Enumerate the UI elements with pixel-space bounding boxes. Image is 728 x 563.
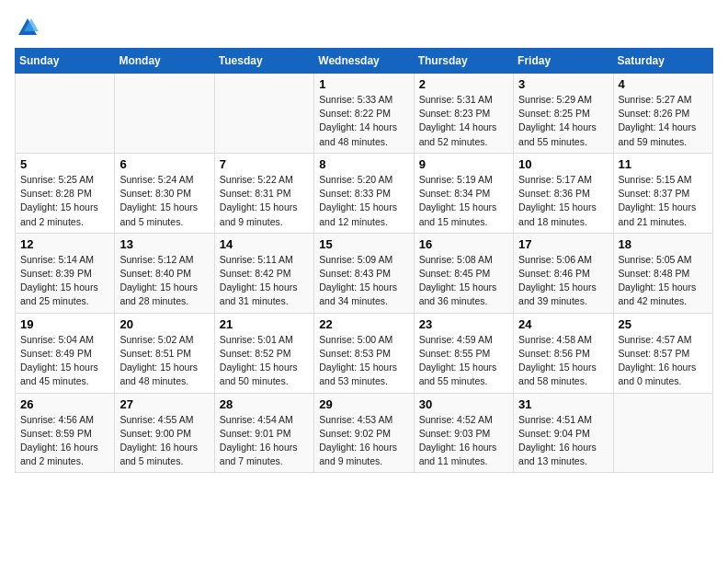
header-day-thursday: Thursday — [414, 49, 513, 74]
logo — [15, 15, 44, 40]
calendar-cell: 4Sunrise: 5:27 AM Sunset: 8:26 PM Daylig… — [613, 74, 712, 154]
day-number: 8 — [319, 157, 408, 171]
day-number: 5 — [20, 157, 109, 171]
calendar-cell: 25Sunrise: 4:57 AM Sunset: 8:57 PM Dayli… — [613, 313, 712, 393]
calendar-cell: 18Sunrise: 5:05 AM Sunset: 8:48 PM Dayli… — [613, 233, 712, 313]
calendar-cell: 1Sunrise: 5:33 AM Sunset: 8:22 PM Daylig… — [314, 74, 414, 154]
day-number: 21 — [220, 317, 309, 331]
day-number: 31 — [518, 397, 608, 411]
week-row-1: 1Sunrise: 5:33 AM Sunset: 8:22 PM Daylig… — [16, 74, 713, 154]
day-number: 2 — [419, 77, 508, 91]
week-row-3: 12Sunrise: 5:14 AM Sunset: 8:39 PM Dayli… — [16, 233, 713, 313]
calendar-cell: 26Sunrise: 4:56 AM Sunset: 8:59 PM Dayli… — [16, 393, 115, 473]
day-number: 25 — [619, 317, 708, 331]
header-day-friday: Friday — [514, 49, 613, 74]
day-info: Sunrise: 5:02 AM Sunset: 8:51 PM Dayligh… — [119, 333, 209, 389]
header-day-saturday: Saturday — [613, 49, 712, 74]
day-info: Sunrise: 5:08 AM Sunset: 8:45 PM Dayligh… — [419, 253, 508, 309]
header — [15, 15, 713, 40]
week-row-2: 5Sunrise: 5:25 AM Sunset: 8:28 PM Daylig… — [16, 153, 713, 233]
calendar-cell: 14Sunrise: 5:11 AM Sunset: 8:42 PM Dayli… — [214, 233, 313, 313]
day-number: 30 — [419, 397, 508, 411]
calendar-cell: 2Sunrise: 5:31 AM Sunset: 8:23 PM Daylig… — [414, 74, 513, 154]
day-number: 1 — [319, 77, 408, 91]
header-day-monday: Monday — [115, 49, 214, 74]
calendar-cell: 15Sunrise: 5:09 AM Sunset: 8:43 PM Dayli… — [314, 233, 414, 313]
day-number: 23 — [419, 317, 508, 331]
day-info: Sunrise: 5:14 AM Sunset: 8:39 PM Dayligh… — [20, 253, 109, 309]
calendar-cell: 30Sunrise: 4:52 AM Sunset: 9:03 PM Dayli… — [414, 393, 513, 473]
calendar-cell: 7Sunrise: 5:22 AM Sunset: 8:31 PM Daylig… — [214, 153, 313, 233]
calendar-cell: 5Sunrise: 5:25 AM Sunset: 8:28 PM Daylig… — [16, 153, 115, 233]
day-number: 29 — [319, 397, 408, 411]
header-day-tuesday: Tuesday — [214, 49, 313, 74]
day-info: Sunrise: 5:15 AM Sunset: 8:37 PM Dayligh… — [619, 173, 708, 229]
day-info: Sunrise: 5:22 AM Sunset: 8:31 PM Dayligh… — [220, 173, 309, 229]
day-info: Sunrise: 5:05 AM Sunset: 8:48 PM Dayligh… — [619, 253, 708, 309]
day-info: Sunrise: 4:53 AM Sunset: 9:02 PM Dayligh… — [319, 413, 408, 469]
day-info: Sunrise: 5:27 AM Sunset: 8:26 PM Dayligh… — [619, 93, 708, 149]
week-row-4: 19Sunrise: 5:04 AM Sunset: 8:49 PM Dayli… — [16, 313, 713, 393]
header-day-wednesday: Wednesday — [314, 49, 414, 74]
day-number: 14 — [220, 237, 309, 251]
day-info: Sunrise: 4:58 AM Sunset: 8:56 PM Dayligh… — [518, 333, 608, 389]
day-info: Sunrise: 5:01 AM Sunset: 8:52 PM Dayligh… — [220, 333, 309, 389]
day-number: 6 — [119, 157, 209, 171]
calendar-cell: 10Sunrise: 5:17 AM Sunset: 8:36 PM Dayli… — [514, 153, 613, 233]
calendar-cell: 6Sunrise: 5:24 AM Sunset: 8:30 PM Daylig… — [115, 153, 214, 233]
day-number: 18 — [619, 237, 708, 251]
week-row-5: 26Sunrise: 4:56 AM Sunset: 8:59 PM Dayli… — [16, 393, 713, 473]
day-number: 16 — [419, 237, 508, 251]
calendar-cell: 12Sunrise: 5:14 AM Sunset: 8:39 PM Dayli… — [16, 233, 115, 313]
calendar-cell: 23Sunrise: 4:59 AM Sunset: 8:55 PM Dayli… — [414, 313, 513, 393]
calendar-cell — [214, 74, 313, 154]
calendar-cell — [115, 74, 214, 154]
day-info: Sunrise: 5:09 AM Sunset: 8:43 PM Dayligh… — [319, 253, 408, 309]
day-number: 15 — [319, 237, 408, 251]
day-info: Sunrise: 5:24 AM Sunset: 8:30 PM Dayligh… — [119, 173, 209, 229]
calendar-cell — [613, 393, 712, 473]
day-info: Sunrise: 5:12 AM Sunset: 8:40 PM Dayligh… — [119, 253, 209, 309]
day-number: 24 — [518, 317, 608, 331]
day-info: Sunrise: 5:33 AM Sunset: 8:22 PM Dayligh… — [319, 93, 408, 149]
calendar-cell: 29Sunrise: 4:53 AM Sunset: 9:02 PM Dayli… — [314, 393, 414, 473]
day-number: 3 — [518, 77, 608, 91]
day-info: Sunrise: 5:04 AM Sunset: 8:49 PM Dayligh… — [20, 333, 109, 389]
day-number: 22 — [319, 317, 408, 331]
calendar-cell: 20Sunrise: 5:02 AM Sunset: 8:51 PM Dayli… — [115, 313, 214, 393]
calendar-cell: 19Sunrise: 5:04 AM Sunset: 8:49 PM Dayli… — [16, 313, 115, 393]
day-number: 4 — [619, 77, 708, 91]
calendar-cell: 17Sunrise: 5:06 AM Sunset: 8:46 PM Dayli… — [514, 233, 613, 313]
day-number: 10 — [518, 157, 608, 171]
calendar-cell: 3Sunrise: 5:29 AM Sunset: 8:25 PM Daylig… — [514, 74, 613, 154]
day-number: 13 — [119, 237, 209, 251]
header-row: SundayMondayTuesdayWednesdayThursdayFrid… — [16, 49, 713, 74]
calendar-cell: 21Sunrise: 5:01 AM Sunset: 8:52 PM Dayli… — [214, 313, 313, 393]
day-info: Sunrise: 4:56 AM Sunset: 8:59 PM Dayligh… — [20, 413, 109, 469]
header-day-sunday: Sunday — [16, 49, 115, 74]
day-info: Sunrise: 4:54 AM Sunset: 9:01 PM Dayligh… — [220, 413, 309, 469]
day-number: 17 — [518, 237, 608, 251]
calendar-table: SundayMondayTuesdayWednesdayThursdayFrid… — [15, 48, 713, 473]
day-number: 20 — [119, 317, 209, 331]
calendar-cell: 22Sunrise: 5:00 AM Sunset: 8:53 PM Dayli… — [314, 313, 414, 393]
calendar-cell: 31Sunrise: 4:51 AM Sunset: 9:04 PM Dayli… — [514, 393, 613, 473]
day-number: 19 — [20, 317, 109, 331]
day-number: 12 — [20, 237, 109, 251]
day-info: Sunrise: 4:55 AM Sunset: 9:00 PM Dayligh… — [119, 413, 209, 469]
day-info: Sunrise: 4:51 AM Sunset: 9:04 PM Dayligh… — [518, 413, 608, 469]
day-info: Sunrise: 5:17 AM Sunset: 8:36 PM Dayligh… — [518, 173, 608, 229]
day-number: 11 — [619, 157, 708, 171]
day-number: 7 — [220, 157, 309, 171]
day-info: Sunrise: 5:19 AM Sunset: 8:34 PM Dayligh… — [419, 173, 508, 229]
day-number: 27 — [119, 397, 209, 411]
day-info: Sunrise: 4:52 AM Sunset: 9:03 PM Dayligh… — [419, 413, 508, 469]
day-info: Sunrise: 5:29 AM Sunset: 8:25 PM Dayligh… — [518, 93, 608, 149]
day-info: Sunrise: 5:00 AM Sunset: 8:53 PM Dayligh… — [319, 333, 408, 389]
calendar-cell: 28Sunrise: 4:54 AM Sunset: 9:01 PM Dayli… — [214, 393, 313, 473]
calendar-cell: 27Sunrise: 4:55 AM Sunset: 9:00 PM Dayli… — [115, 393, 214, 473]
day-info: Sunrise: 5:25 AM Sunset: 8:28 PM Dayligh… — [20, 173, 109, 229]
calendar-cell — [16, 74, 115, 154]
day-number: 28 — [220, 397, 309, 411]
day-number: 26 — [20, 397, 109, 411]
